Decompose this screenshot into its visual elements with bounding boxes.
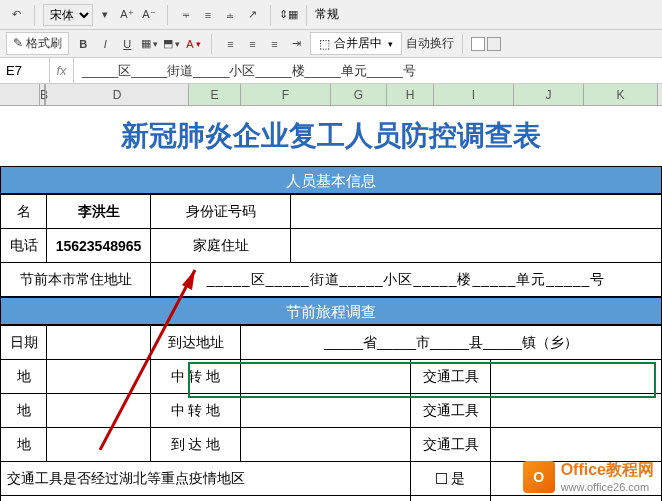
ribbon-row-1: ↶ 宋体 ▾ A⁺ A⁻ ⫧ ≡ ⫨ ↗ ⇕▦ 常规 xyxy=(0,0,662,30)
align-left-icon[interactable]: ≡ xyxy=(220,34,240,54)
cell-arrive-label[interactable]: 到达地址 xyxy=(151,326,241,360)
cell-mid2-value[interactable] xyxy=(241,394,411,428)
table-row: 所及旅途中是否佩戴口罩等防护用品 是 xyxy=(1,496,662,502)
cell-trans-label[interactable]: 交通工具 xyxy=(411,360,491,394)
table-row: 电话 15623548965 家庭住址 xyxy=(1,229,662,263)
cell-addr-value[interactable]: _____区_____街道_____小区_____楼_____单元_____号 xyxy=(151,263,662,297)
sheet-title[interactable]: 新冠肺炎企业复工人员防控调查表 xyxy=(0,106,662,166)
table-row: 名 李洪生 身份证号码 xyxy=(1,195,662,229)
cell-phone-value[interactable]: 15623548965 xyxy=(47,229,151,263)
align-right-icon[interactable]: ≡ xyxy=(264,34,284,54)
formula-input[interactable]: _____区_____街道_____小区_____楼_____单元_____号 xyxy=(74,58,662,83)
cell-arrive-value[interactable]: _____省_____市_____县_____镇（乡） xyxy=(241,326,662,360)
col-header-j[interactable]: J xyxy=(514,84,584,105)
cell-mid-value[interactable] xyxy=(241,360,411,394)
watermark: O Office教程网 www.office26.com xyxy=(523,460,654,493)
cell-date-label[interactable]: 日期 xyxy=(1,326,47,360)
col-header-g[interactable]: G xyxy=(331,84,387,105)
auto-wrap-button[interactable]: 自动换行 xyxy=(406,35,454,52)
cell-trans-value2[interactable] xyxy=(491,394,662,428)
col-header-i[interactable]: I xyxy=(434,84,514,105)
percent-button[interactable] xyxy=(487,37,501,51)
cell-arr-label2[interactable]: 到 达 地 xyxy=(151,428,241,462)
cell-name-label[interactable]: 名 xyxy=(1,195,47,229)
checkbox-icon xyxy=(436,473,447,484)
row-height-icon[interactable]: ⇕▦ xyxy=(279,8,298,21)
currency-button[interactable] xyxy=(471,37,485,51)
font-size-select[interactable]: ▾ xyxy=(95,5,115,25)
underline-button[interactable]: U xyxy=(117,34,137,54)
cell-name-value[interactable]: 李洪生 xyxy=(47,195,151,229)
col-header-h[interactable]: H xyxy=(387,84,434,105)
indent-increase-icon[interactable]: ⇥ xyxy=(286,34,306,54)
fx-button[interactable]: fx xyxy=(50,58,74,83)
merge-icon: ⬚ xyxy=(319,37,330,51)
cell-trans-value3[interactable] xyxy=(491,428,662,462)
col-header-d[interactable]: D xyxy=(46,84,189,105)
cell-trans-label3[interactable]: 交通工具 xyxy=(411,428,491,462)
cell-arr-value2[interactable] xyxy=(241,428,411,462)
formula-bar: E7 fx _____区_____街道_____小区_____楼_____单元_… xyxy=(0,58,662,84)
name-box[interactable]: E7 xyxy=(0,58,50,83)
cell-trans-value[interactable] xyxy=(491,360,662,394)
font-color-button[interactable]: A▾ xyxy=(183,34,203,54)
col-header-k[interactable]: K xyxy=(584,84,658,105)
cell-phone-label[interactable]: 电话 xyxy=(1,229,47,263)
format-painter-button[interactable]: ✎ 格式刷 xyxy=(6,32,69,55)
decrease-font-icon[interactable]: A⁻ xyxy=(139,5,159,25)
cell-arr-value[interactable] xyxy=(47,428,151,462)
merge-center-button[interactable]: ⬚ 合并居中 ▾ xyxy=(310,32,402,55)
border-button[interactable]: ▦▾ xyxy=(139,34,159,54)
fill-color-button[interactable]: ⬒▾ xyxy=(161,34,181,54)
number-format-label: 常规 xyxy=(315,6,339,23)
cell-q2-yes[interactable]: 是 xyxy=(411,496,491,502)
section-header-travel[interactable]: 节前旅程调查 xyxy=(0,297,662,325)
cell-q2[interactable]: 所及旅途中是否佩戴口罩等防护用品 xyxy=(1,496,411,502)
cell-mid2-label[interactable]: 中 转 地 xyxy=(151,394,241,428)
watermark-url: www.office26.com xyxy=(561,481,654,493)
bold-button[interactable]: B xyxy=(73,34,93,54)
cell-addr-label[interactable]: 节前本市常住地址 xyxy=(1,263,151,297)
increase-font-icon[interactable]: A⁺ xyxy=(117,5,137,25)
undo-icon[interactable]: ↶ xyxy=(6,5,26,25)
cell-id-value[interactable] xyxy=(291,195,662,229)
cell-dep-label[interactable]: 地 xyxy=(1,360,47,394)
brush-icon: ✎ xyxy=(13,36,23,50)
table-row: 日期 到达地址 _____省_____市_____县_____镇（乡） xyxy=(1,326,662,360)
col-header-e[interactable]: E xyxy=(189,84,241,105)
table-row: 地 中 转 地 交通工具 xyxy=(1,394,662,428)
ribbon-row-2: ✎ 格式刷 B I U ▦▾ ⬒▾ A▾ ≡ ≡ ≡ ⇥ ⬚ 合并居中 ▾ 自动… xyxy=(0,30,662,58)
font-name-select[interactable]: 宋体 xyxy=(43,4,93,26)
col-header-f[interactable]: F xyxy=(241,84,331,105)
italic-button[interactable]: I xyxy=(95,34,115,54)
cell-mid-value2[interactable] xyxy=(47,394,151,428)
select-all-corner[interactable] xyxy=(0,84,40,105)
cell-trans-label2[interactable]: 交通工具 xyxy=(411,394,491,428)
section-header-basic[interactable]: 人员基本信息 xyxy=(0,166,662,194)
cell-mid-label2[interactable]: 地 xyxy=(1,394,47,428)
cell-q2-no[interactable] xyxy=(491,496,662,502)
align-top-icon[interactable]: ⫧ xyxy=(176,5,196,25)
orientation-icon[interactable]: ↗ xyxy=(242,5,262,25)
cell-date-value[interactable] xyxy=(47,326,151,360)
align-center-icon[interactable]: ≡ xyxy=(242,34,262,54)
cell-q1-yes[interactable]: 是 xyxy=(411,462,491,496)
cell-dep-value[interactable] xyxy=(47,360,151,394)
table-row: 节前本市常住地址 _____区_____街道_____小区_____楼_____… xyxy=(1,263,662,297)
watermark-title: Office教程网 xyxy=(561,460,654,481)
table-row: 地 中 转 地 交通工具 xyxy=(1,360,662,394)
cell-q1[interactable]: 交通工具是否经过湖北等重点疫情地区 xyxy=(1,462,411,496)
cell-id-label[interactable]: 身份证号码 xyxy=(151,195,291,229)
align-bottom-icon[interactable]: ⫨ xyxy=(220,5,240,25)
cell-mid-label[interactable]: 中 转 地 xyxy=(151,360,241,394)
column-headers: B D E F G H I J K xyxy=(0,84,662,106)
cell-arr-label[interactable]: 地 xyxy=(1,428,47,462)
table-row: 地 到 达 地 交通工具 xyxy=(1,428,662,462)
watermark-logo-icon: O xyxy=(523,461,555,493)
cell-home-label[interactable]: 家庭住址 xyxy=(151,229,291,263)
cell-home-value[interactable] xyxy=(291,229,662,263)
align-middle-icon[interactable]: ≡ xyxy=(198,5,218,25)
